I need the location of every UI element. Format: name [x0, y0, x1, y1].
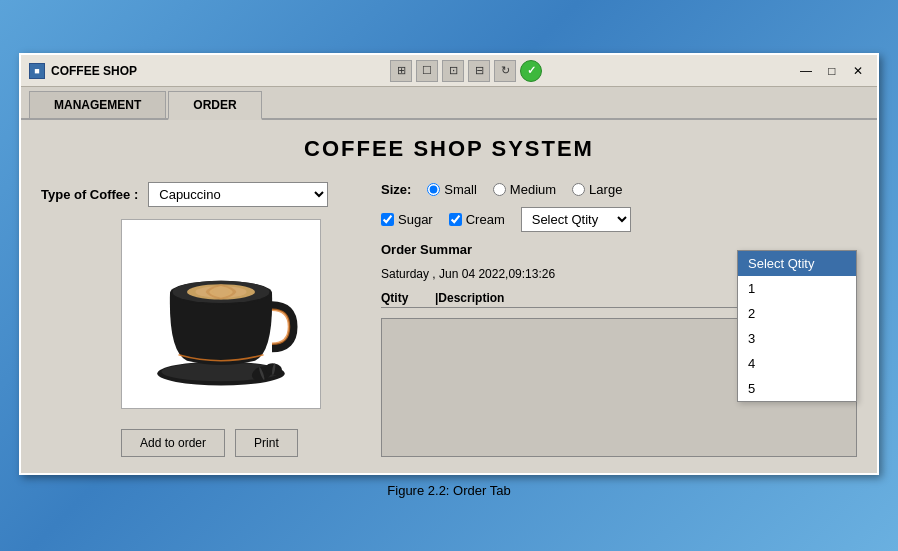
- print-button[interactable]: Print: [235, 429, 298, 457]
- coffee-type-label: Type of Coffee :: [41, 187, 138, 202]
- size-small-option[interactable]: Small: [427, 182, 477, 197]
- buttons-row: Add to order Print: [121, 429, 361, 457]
- size-row: Size: Small Medium Large: [381, 182, 857, 197]
- col-header-desc: |Description: [435, 291, 739, 305]
- tab-management[interactable]: MANAGEMENT: [29, 91, 166, 118]
- dropdown-item-3[interactable]: 3: [738, 326, 856, 351]
- size-large-option[interactable]: Large: [572, 182, 622, 197]
- main-content: COFFEE SHOP SYSTEM Type of Coffee : Capu…: [21, 120, 877, 473]
- dropdown-item-4[interactable]: 4: [738, 351, 856, 376]
- sugar-option[interactable]: Sugar: [381, 212, 433, 227]
- size-small-label: Small: [444, 182, 477, 197]
- toolbar-btn-check[interactable]: ✓: [520, 60, 542, 82]
- sugar-checkbox[interactable]: [381, 213, 394, 226]
- toolbar-btn-4[interactable]: ⊟: [468, 60, 490, 82]
- title-bar-left: ■ COFFEE SHOP: [29, 63, 137, 79]
- toolbar-btn-2[interactable]: ☐: [416, 60, 438, 82]
- toolbar-btn-3[interactable]: ⊡: [442, 60, 464, 82]
- content-area: Type of Coffee : Capuccino Espresso Latt…: [41, 182, 857, 457]
- right-panel: Size: Small Medium Large: [381, 182, 857, 457]
- extras-row: Sugar Cream Select Qtity 1 2 3 4 5: [381, 207, 857, 232]
- toolbar: ⊞ ☐ ⊡ ⊟ ↻ ✓: [390, 60, 542, 82]
- toolbar-btn-1[interactable]: ⊞: [390, 60, 412, 82]
- coffee-type-select[interactable]: Capuccino Espresso Latte Americano Mocha: [148, 182, 328, 207]
- toolbar-btn-5[interactable]: ↻: [494, 60, 516, 82]
- sugar-label: Sugar: [398, 212, 433, 227]
- cream-option[interactable]: Cream: [449, 212, 505, 227]
- figure-caption: Figure 2.2: Order Tab: [387, 483, 510, 498]
- coffee-image: [121, 219, 321, 409]
- dropdown-item-5[interactable]: 5: [738, 376, 856, 401]
- cream-checkbox[interactable]: [449, 213, 462, 226]
- quantity-dropdown[interactable]: Select Qtity 1 2 3 4 5: [737, 250, 857, 402]
- size-medium-option[interactable]: Medium: [493, 182, 556, 197]
- tab-bar: MANAGEMENT ORDER: [21, 87, 877, 120]
- size-large-radio[interactable]: [572, 183, 585, 196]
- quantity-select[interactable]: Select Qtity 1 2 3 4 5: [521, 207, 631, 232]
- add-to-order-button[interactable]: Add to order: [121, 429, 225, 457]
- dropdown-item-1[interactable]: 1: [738, 276, 856, 301]
- close-button[interactable]: ✕: [847, 60, 869, 82]
- title-bar: ■ COFFEE SHOP ⊞ ☐ ⊡ ⊟ ↻ ✓ — □ ✕: [21, 55, 877, 87]
- size-large-label: Large: [589, 182, 622, 197]
- page-title: COFFEE SHOP SYSTEM: [41, 136, 857, 162]
- cream-label: Cream: [466, 212, 505, 227]
- dropdown-item-2[interactable]: 2: [738, 301, 856, 326]
- coffee-type-row: Type of Coffee : Capuccino Espresso Latt…: [41, 182, 361, 207]
- size-medium-label: Medium: [510, 182, 556, 197]
- size-medium-radio[interactable]: [493, 183, 506, 196]
- application-window: ■ COFFEE SHOP ⊞ ☐ ⊡ ⊟ ↻ ✓ — □ ✕ MANAGEME…: [19, 53, 879, 475]
- app-icon: ■: [29, 63, 45, 79]
- size-label: Size:: [381, 182, 411, 197]
- window-title: COFFEE SHOP: [51, 64, 137, 78]
- coffee-cup-svg: [136, 229, 306, 399]
- minimize-button[interactable]: —: [795, 60, 817, 82]
- left-panel: Type of Coffee : Capuccino Espresso Latt…: [41, 182, 361, 457]
- col-header-qty: Qtity: [381, 291, 431, 305]
- tab-order[interactable]: ORDER: [168, 91, 261, 120]
- window-controls: — □ ✕: [795, 60, 869, 82]
- dropdown-item-select[interactable]: Select Qtity: [738, 251, 856, 276]
- maximize-button[interactable]: □: [821, 60, 843, 82]
- size-small-radio[interactable]: [427, 183, 440, 196]
